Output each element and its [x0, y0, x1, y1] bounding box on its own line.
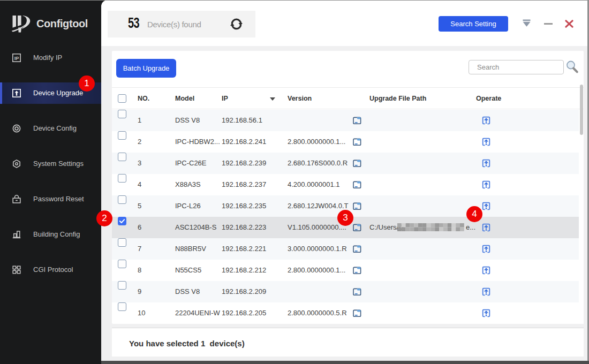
svg-text:IP: IP	[14, 56, 19, 61]
